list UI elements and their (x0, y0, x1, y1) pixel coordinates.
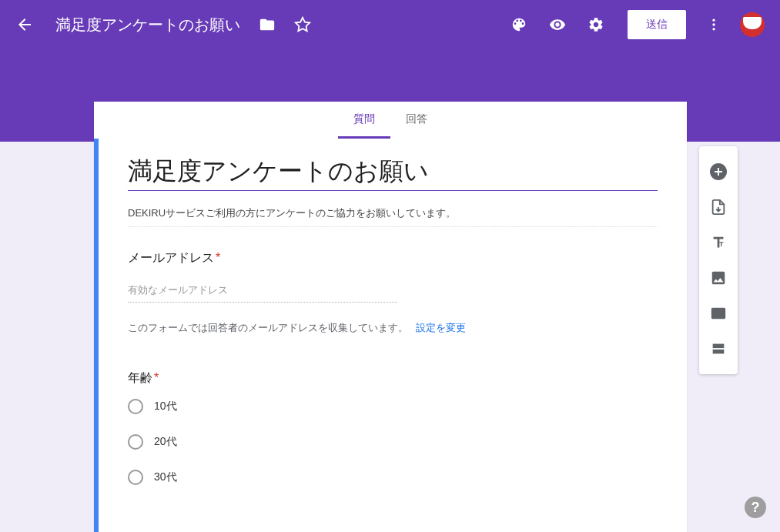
radio-option[interactable]: 30代 (128, 470, 658, 485)
radio-option[interactable]: 20代 (128, 434, 658, 450)
add-question-icon[interactable] (708, 162, 728, 182)
required-indicator: * (154, 371, 159, 384)
age-label-text: 年齢 (128, 371, 152, 384)
email-placeholder: 有効なメールアドレス (128, 279, 397, 303)
header-form-title[interactable]: 満足度アンケートのお願い (55, 15, 240, 35)
radio-icon (128, 399, 143, 414)
svg-rect-3 (713, 344, 725, 349)
add-title-icon[interactable] (708, 233, 728, 253)
question-toolbar (699, 146, 738, 374)
radio-label: 20代 (154, 435, 177, 449)
age-label: 年齢* (128, 370, 658, 386)
import-questions-icon[interactable] (708, 197, 728, 217)
svg-rect-4 (713, 350, 725, 354)
user-avatar[interactable] (740, 12, 765, 37)
form-description[interactable]: DEKIRUサービスご利用の方にアンケートのご協力をお願いしています。 (128, 206, 658, 227)
more-icon[interactable] (706, 17, 721, 32)
svg-point-1 (712, 23, 715, 25)
tab-questions[interactable]: 質問 (338, 102, 390, 139)
preview-icon[interactable] (549, 16, 566, 33)
folder-icon[interactable] (259, 16, 276, 33)
radio-label: 10代 (154, 400, 177, 413)
change-settings-link[interactable]: 設定を変更 (416, 322, 466, 333)
form-tabs: 質問 回答 (94, 102, 687, 139)
header-bar: 満足度アンケートのお願い 送信 (0, 0, 780, 49)
back-arrow-icon[interactable] (15, 15, 34, 34)
radio-label: 30代 (154, 470, 177, 484)
tab-responses[interactable]: 回答 (390, 102, 443, 139)
add-image-icon[interactable] (708, 268, 728, 288)
help-icon[interactable]: ? (745, 497, 766, 518)
email-label-text: メールアドレス (128, 251, 214, 264)
star-icon[interactable] (294, 16, 311, 33)
email-collect-note: このフォームでは回答者のメールアドレスを収集しています。 設定を変更 (128, 321, 658, 335)
required-indicator: * (216, 251, 220, 264)
email-note-text: このフォームでは回答者のメールアドレスを収集しています。 (128, 322, 408, 333)
add-section-icon[interactable] (708, 339, 728, 359)
age-question: 年齢* 10代 20代 30代 (128, 370, 658, 485)
radio-option[interactable]: 10代 (128, 399, 658, 414)
send-button[interactable]: 送信 (628, 10, 686, 39)
svg-point-2 (712, 28, 715, 30)
settings-icon[interactable] (588, 16, 604, 33)
palette-icon[interactable] (511, 16, 527, 33)
radio-icon (128, 470, 143, 485)
form-editor-card: 質問 回答 DEKIRUサービスご利用の方にアンケートのご協力をお願いしています… (94, 102, 687, 532)
svg-point-0 (712, 19, 715, 22)
form-title-input[interactable] (128, 157, 658, 191)
email-label: メールアドレス* (128, 250, 658, 266)
form-body: DEKIRUサービスご利用の方にアンケートのご協力をお願いしています。 メールア… (94, 139, 687, 532)
add-video-icon[interactable] (708, 303, 728, 323)
email-question: メールアドレス* 有効なメールアドレス このフォームでは回答者のメールアドレスを… (128, 250, 658, 335)
radio-icon (128, 434, 143, 450)
